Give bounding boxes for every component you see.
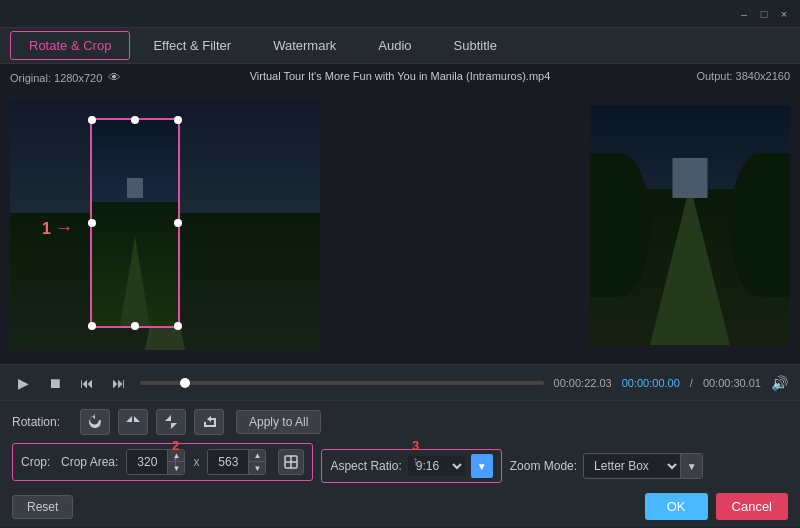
annotation-3-number: 3 <box>412 438 419 453</box>
crop-label: Crop: <box>21 455 53 469</box>
aspect-ratio-dropdown-arrow[interactable]: ▼ <box>471 454 493 478</box>
height-up-button[interactable]: ▲ <box>249 450 265 462</box>
playback-bar: ▶ ⏹ ⏮ ⏭ 00:00:22.03 00:00:00.00 / 00:00:… <box>0 364 800 400</box>
eye-icon[interactable]: 👁 <box>108 70 121 85</box>
crop-handle-ml[interactable] <box>88 219 96 227</box>
cancel-button[interactable]: Cancel <box>716 493 788 520</box>
aspect-ratio-label: Aspect Ratio: <box>330 459 401 473</box>
crop-row: Crop: Crop Area: ▲ ▼ x ▲ ▼ <box>12 443 313 481</box>
tab-bar: Rotate & Crop Effect & Filter Watermark … <box>0 28 800 64</box>
iv-path <box>120 236 150 326</box>
preview-title: Virtual Tour It's More Fun with You in M… <box>250 70 551 82</box>
zoom-mode-group: Zoom Mode: Letter Box Pan & Scan Full ▼ <box>510 453 703 479</box>
crop-width-input[interactable] <box>127 450 167 474</box>
flip-vertical-button[interactable] <box>156 409 186 435</box>
left-preview: 1 → <box>10 100 320 350</box>
output-resolution: Output: 3840x2160 <box>696 70 790 82</box>
rv-trees-right <box>730 153 790 297</box>
time-separator: / <box>690 377 693 389</box>
height-down-button[interactable]: ▼ <box>249 462 265 474</box>
minimize-button[interactable]: – <box>736 6 752 22</box>
tab-audio[interactable]: Audio <box>359 31 430 60</box>
preview-area: Original: 1280x720 👁 Virtual Tour It's M… <box>0 64 800 364</box>
height-spinner: ▲ ▼ <box>248 450 265 474</box>
elapsed-time: 00:00:00.00 <box>622 377 680 389</box>
crop-height-input[interactable] <box>208 450 248 474</box>
size-separator: x <box>193 455 199 469</box>
stop-button[interactable]: ⏹ <box>44 372 66 394</box>
original-resolution: Original: 1280x720 <box>10 72 102 84</box>
flip-horizontal-button[interactable] <box>118 409 148 435</box>
maximize-button[interactable]: □ <box>756 6 772 22</box>
ok-button[interactable]: OK <box>645 493 708 520</box>
rv-trees-left <box>590 153 650 297</box>
bottom-bar: OK Cancel <box>633 485 800 528</box>
crop-box[interactable] <box>90 118 180 328</box>
reset-button[interactable]: Reset <box>12 495 73 519</box>
total-time: 00:00:30.01 <box>703 377 761 389</box>
progress-bar[interactable] <box>140 381 544 385</box>
rv-building <box>673 158 708 198</box>
video-frame-right <box>590 105 790 345</box>
rotate-90-button[interactable] <box>194 409 224 435</box>
zoom-mode-dropdown-arrow[interactable]: ▼ <box>680 454 702 478</box>
preview-main: 1 → <box>0 64 800 364</box>
height-input-group: ▲ ▼ <box>207 449 266 475</box>
zoom-mode-label: Zoom Mode: <box>510 459 577 473</box>
zoom-mode-select-wrapper: Letter Box Pan & Scan Full ▼ <box>583 453 703 479</box>
next-button[interactable]: ⏭ <box>108 372 130 394</box>
prev-button[interactable]: ⏮ <box>76 372 98 394</box>
crop-handle-tl[interactable] <box>88 116 96 124</box>
crop-handle-bm[interactable] <box>131 322 139 330</box>
title-bar: – □ × <box>0 0 800 28</box>
inner-video <box>92 120 178 326</box>
tab-rotate-crop[interactable]: Rotate & Crop <box>10 31 130 60</box>
tab-watermark[interactable]: Watermark <box>254 31 355 60</box>
center-crop-button[interactable] <box>278 449 304 475</box>
current-time: 00:00:22.03 <box>554 377 612 389</box>
volume-icon[interactable]: 🔊 <box>771 375 788 391</box>
annotation-2-number: 2 <box>172 438 179 453</box>
crop-handle-mr[interactable] <box>174 219 182 227</box>
crop-controls-row: Crop: Crop Area: ▲ ▼ x ▲ ▼ <box>12 443 788 489</box>
right-preview <box>590 105 790 345</box>
tab-subtitle[interactable]: Subtitle <box>435 31 516 60</box>
iv-building <box>127 178 143 198</box>
annotation-1-number: 1 <box>42 220 51 238</box>
zoom-mode-select[interactable]: Letter Box Pan & Scan Full <box>584 455 680 477</box>
play-button[interactable]: ▶ <box>12 372 34 394</box>
preview-info-left: Original: 1280x720 👁 <box>10 70 121 85</box>
crop-area-label: Crop Area: <box>61 455 118 469</box>
progress-dot[interactable] <box>180 378 190 388</box>
crop-handle-tm[interactable] <box>131 116 139 124</box>
close-button[interactable]: × <box>776 6 792 22</box>
rotation-row: Rotation: Apply to All <box>12 409 788 435</box>
annotation-1: 1 → <box>42 218 73 239</box>
rotate-ccw-button[interactable] <box>80 409 110 435</box>
rotation-label: Rotation: <box>12 415 72 429</box>
crop-handle-tr[interactable] <box>174 116 182 124</box>
crop-handle-bl[interactable] <box>88 322 96 330</box>
crop-handle-br[interactable] <box>174 322 182 330</box>
rv-path <box>650 185 730 345</box>
tab-effect-filter[interactable]: Effect & Filter <box>134 31 250 60</box>
apply-all-button[interactable]: Apply to All <box>236 410 321 434</box>
